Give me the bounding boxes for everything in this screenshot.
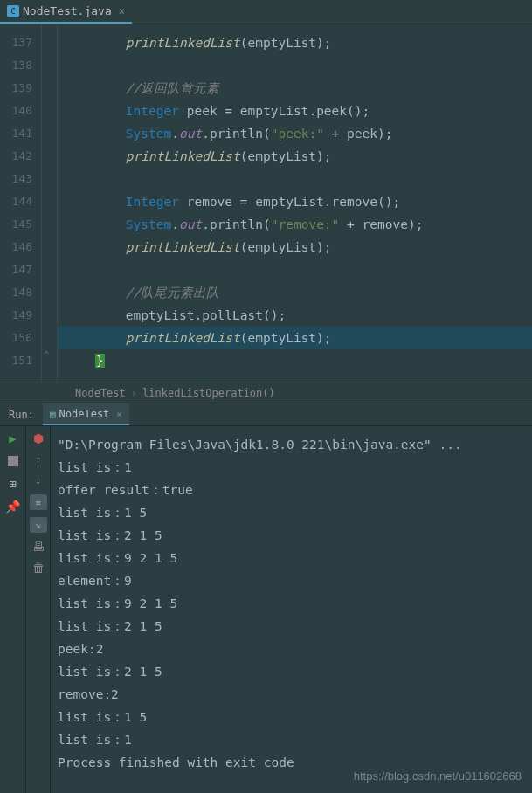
watermark: https://blog.csdn.net/u011602668: [354, 769, 522, 783]
console-line: list is：9 2 1 5: [58, 547, 525, 569]
soft-wrap-icon[interactable]: ≡: [30, 494, 47, 510]
close-icon[interactable]: ×: [116, 409, 122, 420]
console-line: peek:2: [58, 638, 525, 660]
breadcrumb-class[interactable]: NodeTest: [70, 387, 131, 399]
console-line: list is：9 2 1 5: [58, 592, 525, 615]
breadcrumb: NodeTest › linkedListOperation(): [0, 383, 532, 403]
console-line: remove:2: [58, 683, 525, 706]
console-line: element：9: [58, 569, 525, 592]
java-class-icon: C: [7, 5, 19, 17]
console-toolbar-left: ▶ ⊞ 📌: [0, 426, 26, 793]
scroll-end-icon[interactable]: ⇲: [30, 517, 47, 533]
down-stack-icon[interactable]: ↓: [31, 473, 45, 487]
line-number: 137: [0, 31, 32, 54]
line-number: 141: [0, 122, 32, 145]
bug-icon[interactable]: ⬢: [31, 431, 45, 445]
console-line: list is：2 1 5: [58, 660, 525, 683]
line-number: 139: [0, 77, 32, 100]
console-line: list is：1: [58, 728, 525, 751]
line-number: 142: [0, 145, 32, 168]
run-config-name: NodeTest: [59, 408, 110, 420]
close-icon[interactable]: ×: [119, 5, 125, 17]
console-toolbar-right: ⬢ ↑ ↓ ≡ ⇲ 🖶 🗑: [26, 426, 51, 793]
line-number-gutter: 137 138 139 140 141 142 143 144 145 146 …: [0, 24, 42, 383]
console-line: "D:\Program Files\Java\jdk1.8.0_221\bin\…: [58, 433, 525, 456]
code-content[interactable]: printLinkedList(emptyList); //返回队首元素 Int…: [58, 24, 532, 383]
run-config-icon: ▤: [50, 409, 56, 420]
run-tool-bar: Run: ▤ NodeTest ×: [0, 403, 532, 426]
line-number: 144: [0, 190, 32, 213]
trash-icon[interactable]: 🗑: [31, 561, 45, 575]
line-number: 146: [0, 236, 32, 259]
rerun-icon[interactable]: ▶: [6, 431, 20, 445]
stop-icon[interactable]: [6, 454, 20, 468]
console-output[interactable]: "D:\Program Files\Java\jdk1.8.0_221\bin\…: [51, 426, 532, 793]
console-line: list is：1 5: [58, 706, 525, 728]
file-tab[interactable]: C NodeTest.java ×: [0, 0, 132, 24]
line-number: 140: [0, 100, 32, 122]
tab-filename: NodeTest.java: [23, 4, 112, 17]
up-stack-icon[interactable]: ↑: [31, 452, 45, 466]
fold-gutter: ⌃: [42, 24, 58, 383]
console-line: offer result：true: [58, 479, 525, 501]
console-line: list is：2 1 5: [58, 524, 525, 547]
code-editor[interactable]: 137 138 139 140 141 142 143 144 145 146 …: [0, 24, 532, 383]
run-label: Run:: [0, 409, 43, 421]
line-number: 145: [0, 213, 32, 236]
line-number: 138: [0, 54, 32, 77]
line-number: 149: [0, 304, 32, 327]
console-line: list is：2 1 5: [58, 615, 525, 638]
line-number: 151: [0, 349, 32, 372]
layout-icon[interactable]: ⊞: [6, 477, 20, 491]
line-number: 147: [0, 259, 32, 281]
console-panel: ▶ ⊞ 📌 ⬢ ↑ ↓ ≡ ⇲ 🖶 🗑 "D:\Program Files\Ja…: [0, 426, 532, 793]
line-number: 148: [0, 281, 32, 304]
console-line: list is：1: [58, 456, 525, 479]
chevron-right-icon: ›: [131, 387, 137, 399]
print-icon[interactable]: 🖶: [31, 540, 45, 554]
breadcrumb-method[interactable]: linkedListOperation(): [137, 387, 280, 399]
run-config-tab[interactable]: ▤ NodeTest ×: [43, 403, 129, 425]
pin-icon[interactable]: 📌: [6, 500, 20, 514]
line-number: 150: [0, 327, 32, 349]
line-number: 143: [0, 168, 32, 190]
console-line: list is：1 5: [58, 501, 525, 524]
editor-tab-bar: C NodeTest.java ×: [0, 0, 532, 24]
fold-end-icon[interactable]: ⌃: [44, 349, 49, 359]
